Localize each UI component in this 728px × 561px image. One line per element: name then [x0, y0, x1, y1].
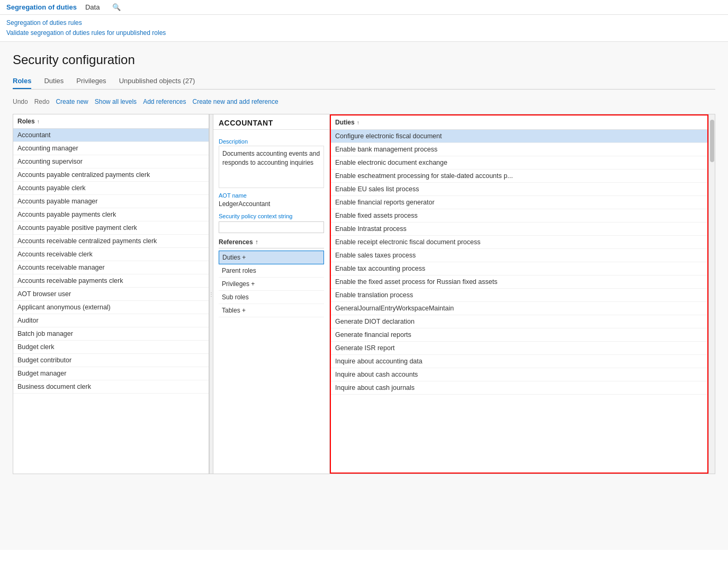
duties-list-item[interactable]: Enable fixed assets process: [331, 209, 707, 222]
roles-list-item[interactable]: Accounts payable manager: [13, 195, 209, 208]
redo-button[interactable]: Redo: [34, 97, 50, 106]
tabs-bar: Roles Duties Privileges Unpublished obje…: [13, 74, 715, 90]
references-label: References: [219, 238, 253, 246]
description-value: Documents accounting events and responds…: [219, 146, 324, 188]
duties-list-item[interactable]: Enable financial reports generator: [331, 196, 707, 209]
details-body: Description Documents accounting events …: [213, 130, 329, 474]
duties-list-item[interactable]: Enable escheatment processing for stale-…: [331, 170, 707, 183]
roles-list-item[interactable]: Accounting supervisor: [13, 155, 209, 168]
duties-list-item[interactable]: Enable the fixed asset process for Russi…: [331, 275, 707, 289]
tab-roles[interactable]: Roles: [13, 74, 31, 89]
sub-nav: Segregation of duties rules Validate seg…: [0, 15, 728, 42]
roles-list-item[interactable]: Accounts payable payments clerk: [13, 208, 209, 221]
page-title: Security configuration: [13, 52, 715, 67]
roles-list-item[interactable]: AOT browser user: [13, 288, 209, 301]
duties-sort-icon[interactable]: ↑: [357, 120, 359, 126]
tab-privileges[interactable]: Privileges: [76, 74, 106, 89]
roles-list-item[interactable]: Budget manager: [13, 367, 209, 380]
roles-list-item[interactable]: Accounts payable clerk: [13, 182, 209, 195]
duties-list-item[interactable]: Inquire about accounting data: [331, 355, 707, 368]
duties-list-item[interactable]: Generate financial reports: [331, 328, 707, 342]
details-panel: ACCOUNTANT Description Documents account…: [213, 114, 330, 474]
security-policy-label: Security policy context string: [219, 213, 324, 219]
roles-list-item[interactable]: Accounts payable positive payment clerk: [13, 221, 209, 235]
roles-list-item[interactable]: Accounts receivable centralized payments…: [13, 235, 209, 248]
reference-list-item[interactable]: Duties +: [219, 251, 324, 264]
add-references-button[interactable]: Add references: [143, 97, 186, 106]
duties-list-item[interactable]: Enable Intrastat process: [331, 222, 707, 236]
reference-list-item[interactable]: Parent roles: [219, 264, 324, 278]
duties-list-item[interactable]: Enable receipt electronic fiscal documen…: [331, 236, 707, 249]
duties-list-item[interactable]: Enable sales taxes process: [331, 249, 707, 262]
reference-list-item[interactable]: Privileges +: [219, 278, 324, 291]
references-list: Duties +Parent rolesPrivileges +Sub role…: [219, 251, 324, 317]
roles-list-item[interactable]: Accounts receivable clerk: [13, 248, 209, 261]
roles-sort-icon[interactable]: ↑: [37, 119, 40, 124]
main-content: Security configuration Roles Duties Priv…: [0, 42, 728, 550]
app-title[interactable]: Segregation of duties: [6, 3, 77, 11]
roles-list: AccountantAccounting managerAccounting s…: [13, 129, 209, 474]
undo-button[interactable]: Undo: [13, 97, 28, 106]
references-sort-icon[interactable]: ↑: [255, 238, 258, 246]
create-new-add-ref-button[interactable]: Create new and add reference: [193, 97, 278, 106]
references-section: References ↑ Duties +Parent rolesPrivile…: [219, 238, 324, 317]
security-policy-input[interactable]: [219, 221, 324, 233]
tab-unpublished[interactable]: Unpublished objects (27): [119, 74, 195, 89]
reference-list-item[interactable]: Sub roles: [219, 291, 324, 304]
roles-list-item[interactable]: Batch job manager: [13, 327, 209, 341]
duties-list-item[interactable]: Enable translation process: [331, 289, 707, 302]
roles-list-item[interactable]: Accounts payable centralized payments cl…: [13, 168, 209, 182]
duties-column-header: Duties ↑: [331, 115, 707, 130]
description-label: Description: [219, 138, 324, 145]
duties-list-item[interactable]: Configure electronic fiscal document: [331, 130, 707, 143]
duties-list-item[interactable]: Inquire about cash journals: [331, 381, 707, 395]
references-header: References ↑: [219, 238, 324, 248]
roles-column: Roles ↑ AccountantAccounting managerAcco…: [13, 114, 209, 474]
sub-nav-link-2[interactable]: Validate segregation of duties rules for…: [6, 28, 722, 38]
details-header: ACCOUNTANT: [213, 114, 329, 130]
duties-list-item[interactable]: Enable tax accounting process: [331, 262, 707, 275]
aot-name-label: AOT name: [219, 192, 324, 199]
drag-handle-1[interactable]: ⋮: [209, 114, 213, 474]
duties-list-item[interactable]: Generate DIOT declaration: [331, 315, 707, 328]
roles-list-item[interactable]: Accounts receivable payments clerk: [13, 274, 209, 288]
data-tab[interactable]: Data: [85, 3, 100, 11]
roles-list-item[interactable]: Auditor: [13, 314, 209, 327]
duties-list-item[interactable]: Inquire about cash accounts: [331, 368, 707, 381]
roles-list-item[interactable]: Accounting manager: [13, 142, 209, 155]
duties-list-item[interactable]: Enable bank management process: [331, 143, 707, 156]
roles-list-item[interactable]: Budget clerk: [13, 341, 209, 354]
reference-list-item[interactable]: Tables +: [219, 304, 324, 317]
roles-header-label: Roles: [17, 118, 35, 125]
tab-duties[interactable]: Duties: [44, 74, 64, 89]
show-all-levels-button[interactable]: Show all levels: [95, 97, 137, 106]
duties-list-item[interactable]: Generate ISR report: [331, 342, 707, 355]
duties-list-item[interactable]: Enable EU sales list process: [331, 183, 707, 196]
search-icon[interactable]: 🔍: [112, 3, 121, 11]
create-new-button[interactable]: Create new: [56, 97, 88, 106]
roles-list-item[interactable]: Applicant anonymous (external): [13, 301, 209, 314]
roles-list-item[interactable]: Business document clerk: [13, 380, 209, 394]
columns-layout: Roles ↑ AccountantAccounting managerAcco…: [13, 114, 715, 474]
details-title: ACCOUNTANT: [219, 119, 324, 127]
duties-header-label: Duties: [335, 119, 355, 126]
aot-name-value: LedgerAccountant: [219, 200, 324, 209]
roles-list-item[interactable]: Budget contributor: [13, 354, 209, 367]
toolbar: Undo Redo Create new Show all levels Add…: [13, 94, 715, 110]
roles-list-item[interactable]: Accounts receivable manager: [13, 261, 209, 274]
roles-list-item[interactable]: Accountant: [13, 129, 209, 142]
top-bar: Segregation of duties Data 🔍: [0, 0, 728, 15]
scrollbar-right[interactable]: [708, 114, 715, 474]
roles-column-header: Roles ↑: [13, 114, 209, 129]
sub-nav-link-1[interactable]: Segregation of duties rules: [6, 18, 722, 28]
duties-list-item[interactable]: Enable electronic document exchange: [331, 156, 707, 170]
duties-list-item[interactable]: GeneralJournalEntryWorkspaceMaintain: [331, 302, 707, 315]
duties-list: Configure electronic fiscal documentEnab…: [331, 130, 707, 473]
duties-column: Duties ↑ Configure electronic fiscal doc…: [330, 114, 708, 474]
